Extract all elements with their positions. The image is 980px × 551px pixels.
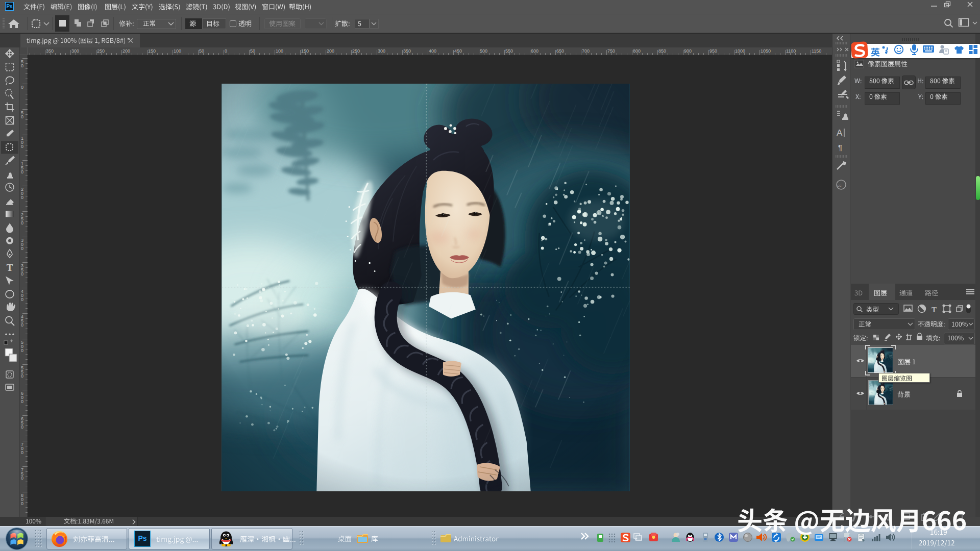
svg-text:0: 0 bbox=[21, 246, 23, 251]
svg-text:100: 100 bbox=[174, 48, 181, 54]
svg-text:900: 900 bbox=[684, 48, 692, 54]
svg-text:700: 700 bbox=[582, 48, 590, 54]
svg-text:0: 0 bbox=[21, 63, 23, 68]
svg-text:50: 50 bbox=[250, 48, 255, 54]
svg-text:500: 500 bbox=[480, 48, 487, 54]
svg-text:600: 600 bbox=[531, 48, 538, 54]
svg-text:150: 150 bbox=[148, 48, 156, 54]
svg-text:550: 550 bbox=[505, 48, 513, 54]
svg-text:0: 0 bbox=[21, 195, 23, 200]
svg-text:0: 0 bbox=[21, 114, 23, 119]
svg-text:0: 0 bbox=[21, 169, 23, 174]
svg-text:T: T bbox=[932, 306, 937, 314]
svg-text:0: 0 bbox=[21, 271, 23, 277]
svg-text:0: 0 bbox=[21, 322, 23, 328]
svg-text:¶: ¶ bbox=[838, 143, 842, 152]
svg-text:150: 150 bbox=[301, 48, 309, 54]
svg-text:300: 300 bbox=[71, 48, 79, 54]
svg-text:0: 0 bbox=[225, 48, 227, 54]
svg-text:0: 0 bbox=[21, 450, 23, 455]
svg-text:0: 0 bbox=[21, 348, 23, 353]
svg-text:50: 50 bbox=[199, 48, 204, 54]
svg-text:0: 0 bbox=[21, 424, 23, 430]
svg-text:250: 250 bbox=[352, 48, 360, 54]
svg-text:1000: 1000 bbox=[735, 48, 745, 54]
svg-text:200: 200 bbox=[122, 48, 130, 54]
svg-text:0: 0 bbox=[21, 373, 23, 379]
svg-text:650: 650 bbox=[556, 48, 564, 54]
svg-text:850: 850 bbox=[658, 48, 666, 54]
svg-text:400: 400 bbox=[429, 48, 436, 54]
svg-text:1100: 1100 bbox=[786, 48, 796, 54]
svg-text:0: 0 bbox=[21, 144, 23, 149]
svg-text:0: 0 bbox=[21, 297, 23, 302]
svg-text:0: 0 bbox=[21, 501, 23, 506]
svg-text:950: 950 bbox=[709, 48, 717, 54]
svg-text:350: 350 bbox=[403, 48, 411, 54]
svg-text:100: 100 bbox=[276, 48, 283, 54]
svg-text:750: 750 bbox=[607, 48, 615, 54]
svg-text:450: 450 bbox=[454, 48, 462, 54]
svg-text:0: 0 bbox=[21, 220, 23, 226]
svg-text:1150: 1150 bbox=[812, 48, 821, 54]
svg-text:0: 0 bbox=[21, 475, 23, 481]
svg-text:0: 0 bbox=[21, 399, 23, 404]
svg-text:cc: cc bbox=[838, 183, 842, 188]
svg-text:350: 350 bbox=[46, 48, 54, 54]
svg-text:300: 300 bbox=[378, 48, 385, 54]
svg-text:1050: 1050 bbox=[761, 48, 771, 54]
svg-text:0: 0 bbox=[21, 85, 23, 90]
svg-text:200: 200 bbox=[327, 48, 334, 54]
svg-text:800: 800 bbox=[633, 48, 641, 54]
svg-text:A: A bbox=[837, 128, 843, 138]
svg-text:250: 250 bbox=[97, 48, 105, 54]
